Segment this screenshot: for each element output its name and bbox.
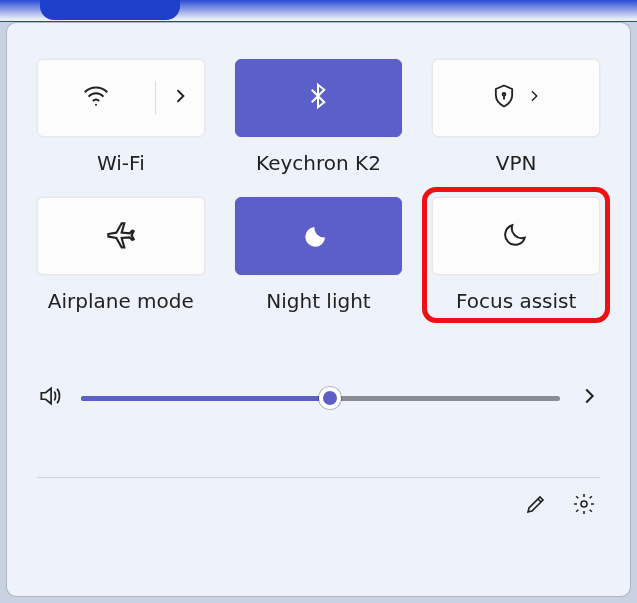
chevron-right-icon — [526, 88, 542, 108]
volume-expand-button[interactable] — [578, 385, 600, 411]
edit-button[interactable] — [524, 492, 548, 520]
speaker-icon[interactable] — [37, 383, 63, 413]
svg-point-4 — [309, 240, 311, 242]
settings-button[interactable] — [572, 492, 596, 520]
tile-nightlight[interactable] — [235, 197, 403, 275]
footer — [37, 492, 600, 520]
airplane-icon — [105, 218, 137, 254]
night-light-icon — [301, 217, 335, 255]
bluetooth-icon — [303, 81, 333, 115]
svg-point-1 — [503, 93, 506, 96]
quick-settings-panel: Wi-Fi Keychron K2 VPN — [6, 22, 631, 597]
svg-point-3 — [313, 240, 315, 242]
tile-vpn-wrap: VPN — [432, 59, 600, 175]
tile-label: Wi-Fi — [97, 151, 145, 175]
svg-point-2 — [311, 234, 314, 237]
tile-airplane[interactable] — [37, 197, 205, 275]
wifi-icon — [81, 81, 111, 115]
tile-wifi-wrap: Wi-Fi — [37, 59, 205, 175]
svg-point-5 — [318, 242, 320, 244]
wifi-expand-button[interactable] — [156, 86, 204, 110]
quick-settings-grid: Wi-Fi Keychron K2 VPN — [37, 59, 600, 313]
tile-bluetooth-wrap: Keychron K2 — [235, 59, 403, 175]
divider — [37, 477, 600, 478]
tile-label: Night light — [266, 289, 370, 313]
svg-point-6 — [581, 501, 587, 507]
tile-label: Focus assist — [456, 289, 576, 313]
tile-label: Airplane mode — [48, 289, 194, 313]
tile-vpn[interactable] — [432, 59, 600, 137]
slider-thumb[interactable] — [319, 387, 341, 409]
moon-icon — [501, 219, 531, 253]
tile-focusassist-wrap: Focus assist — [432, 197, 600, 313]
tile-nightlight-wrap: Night light — [235, 197, 403, 313]
tile-bluetooth[interactable] — [235, 59, 403, 137]
svg-point-0 — [95, 104, 97, 106]
volume-slider[interactable] — [81, 386, 560, 410]
chevron-right-icon — [170, 86, 190, 110]
tile-airplane-wrap: Airplane mode — [37, 197, 205, 313]
wifi-toggle[interactable] — [38, 81, 156, 115]
tile-label: VPN — [496, 151, 537, 175]
slider-fill — [81, 396, 330, 401]
tile-focus-assist[interactable] — [432, 197, 600, 275]
tile-wifi[interactable] — [37, 59, 205, 137]
tile-label: Keychron K2 — [256, 151, 381, 175]
volume-row — [37, 383, 600, 413]
shield-key-icon — [490, 82, 518, 114]
